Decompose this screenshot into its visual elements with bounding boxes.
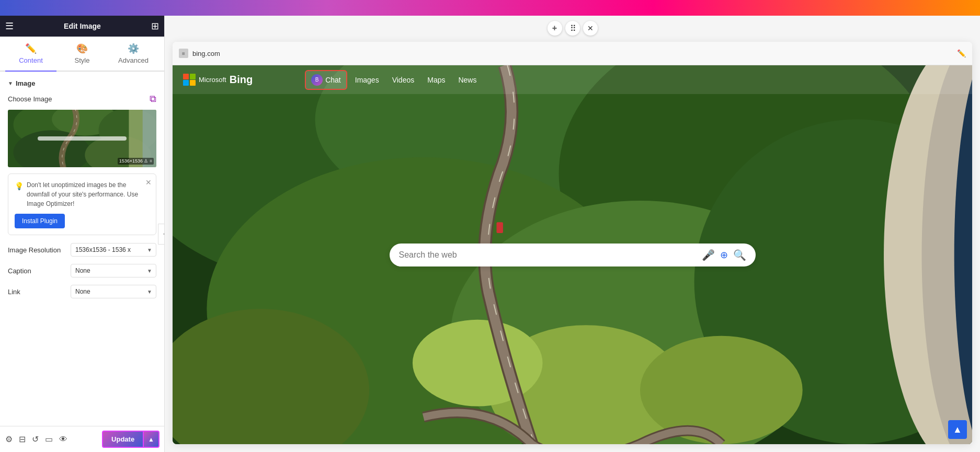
visual-search-icon[interactable]: ⊕: [720, 249, 728, 261]
optimizer-banner: ✕ 💡 Don't let unoptimized images be the …: [8, 173, 156, 235]
tab-content[interactable]: ✏️ Content: [5, 37, 56, 72]
choose-image-icon[interactable]: ⧉: [150, 94, 156, 105]
nav-chat-link[interactable]: B Chat: [305, 70, 347, 90]
update-dropdown-arrow[interactable]: ▲: [144, 431, 159, 448]
image-resolution-select-wrapper: 1536x1536 - 1536 x ▼: [71, 243, 156, 257]
sidebar-collapse-button[interactable]: ‹: [158, 224, 165, 245]
hamburger-icon[interactable]: ☰: [5, 20, 14, 32]
content-tab-icon: ✏️: [25, 43, 37, 54]
content-area: + ⠿ ✕ ≡ bing.com ✏️: [165, 16, 980, 452]
advanced-tab-icon: ⚙️: [128, 43, 139, 54]
ms-sq-red: [183, 74, 189, 79]
section-title: Image: [8, 79, 156, 87]
optimizer-text-wrapper: 💡 Don't let unoptimized images be the do…: [15, 180, 150, 208]
app-title: Edit Image: [19, 22, 146, 30]
choose-image-row: Choose Image ⧉: [8, 94, 156, 105]
search-input-wrapper: 🎤 ⊕ 🔍: [390, 244, 756, 266]
browser-favicon: ≡: [179, 49, 188, 58]
browser-edit-icon[interactable]: ✏️: [957, 49, 966, 57]
image-preview-bg: 1536×1536 ♙ ⌗: [8, 110, 156, 167]
microphone-icon[interactable]: 🎤: [702, 249, 715, 261]
bing-logo: Microsoft Bing: [183, 74, 253, 86]
image-resolution-select[interactable]: 1536x1536 - 1536 x: [71, 243, 156, 257]
tab-advanced[interactable]: ⚙️ Advanced: [108, 37, 159, 71]
bing-nav-links: B Chat Images Videos Maps News: [305, 70, 482, 90]
eye-icon[interactable]: 👁: [59, 435, 67, 444]
svg-point-17: [413, 320, 543, 407]
preview-bar: [38, 136, 127, 141]
nav-maps-link[interactable]: Maps: [422, 73, 450, 87]
ms-logo-squares: [183, 74, 196, 86]
add-widget-button[interactable]: +: [548, 21, 562, 36]
caption-select-wrapper: None ▼: [71, 264, 156, 277]
link-select[interactable]: None: [71, 285, 156, 298]
bing-content: Microsoft Bing B Chat Images Videos Maps: [173, 65, 972, 444]
link-row: Link None ▼: [8, 285, 156, 298]
tab-style[interactable]: 🎨 Style: [56, 37, 108, 71]
update-button[interactable]: Update: [102, 431, 144, 448]
choose-image-label: Choose Image: [8, 95, 52, 103]
nav-news-link[interactable]: News: [453, 73, 482, 87]
gear-icon[interactable]: ⚙: [5, 434, 13, 444]
optimizer-message: Don't let unoptimized images be the down…: [27, 180, 150, 208]
browser-bar: ≡ bing.com ✏️: [173, 42, 972, 65]
nav-videos-link[interactable]: Videos: [387, 73, 420, 87]
svg-rect-22: [497, 222, 503, 233]
bing-text: Bing: [230, 74, 253, 86]
tab-group: ✏️ Content 🎨 Style ⚙️ Advanced: [0, 37, 164, 72]
history-icon[interactable]: ↺: [32, 434, 39, 444]
optimizer-close-icon[interactable]: ✕: [145, 178, 152, 187]
bing-search-input[interactable]: [399, 250, 697, 260]
caption-row: Caption None ▼: [8, 264, 156, 277]
search-button-icon[interactable]: 🔍: [733, 249, 746, 261]
layers-icon[interactable]: ⊟: [19, 434, 26, 444]
sidebar: ☰ Edit Image ⊞ ✏️ Content 🎨 Style ⚙️ Adv…: [0, 16, 165, 452]
ms-sq-green: [190, 74, 196, 79]
image-size-badge: 1536×1536 ♙ ⌗: [118, 158, 154, 165]
browser-url: bing.com: [192, 50, 953, 57]
browser-mock: ≡ bing.com ✏️: [173, 42, 972, 444]
image-resolution-row: Image Resolution 1536x1536 - 1536 x ▼: [8, 243, 156, 257]
image-resolution-label: Image Resolution: [8, 246, 71, 254]
link-select-wrapper: None ▼: [71, 285, 156, 298]
image-preview[interactable]: 1536×1536 ♙ ⌗: [8, 110, 156, 167]
update-btn-group: Update ▲: [102, 431, 159, 448]
bing-nav: Microsoft Bing B Chat Images Videos Maps: [173, 65, 972, 94]
grid-icon[interactable]: ⊞: [151, 20, 159, 32]
link-label: Link: [8, 288, 71, 296]
bing-search-box: 🎤 ⊕ 🔍: [390, 244, 756, 266]
caption-label: Caption: [8, 267, 71, 275]
svg-point-18: [640, 336, 803, 444]
gradient-strip: [0, 0, 980, 16]
widget-options-button[interactable]: ⠿: [565, 21, 580, 36]
caption-select[interactable]: None: [71, 264, 156, 277]
float-toolbar: + ⠿ ✕: [548, 21, 598, 36]
ms-sq-blue: [183, 80, 189, 86]
optimizer-icon: 💡: [15, 181, 24, 208]
tablet-icon[interactable]: ▭: [45, 434, 53, 444]
chat-label: Chat: [325, 76, 341, 84]
nav-images-link[interactable]: Images: [350, 73, 384, 87]
scroll-to-top-button[interactable]: ▲: [948, 420, 967, 439]
close-widget-button[interactable]: ✕: [583, 21, 598, 36]
image-section: Image Choose Image ⧉: [0, 72, 164, 314]
chat-icon: B: [311, 74, 323, 86]
style-tab-icon: 🎨: [76, 43, 88, 54]
ms-text: Microsoft: [199, 76, 226, 84]
bottom-bar: ⚙ ⊟ ↺ ▭ 👁 Update ▲: [0, 426, 165, 452]
ms-sq-yellow: [190, 80, 196, 86]
install-plugin-button[interactable]: Install Plugin: [15, 214, 65, 228]
